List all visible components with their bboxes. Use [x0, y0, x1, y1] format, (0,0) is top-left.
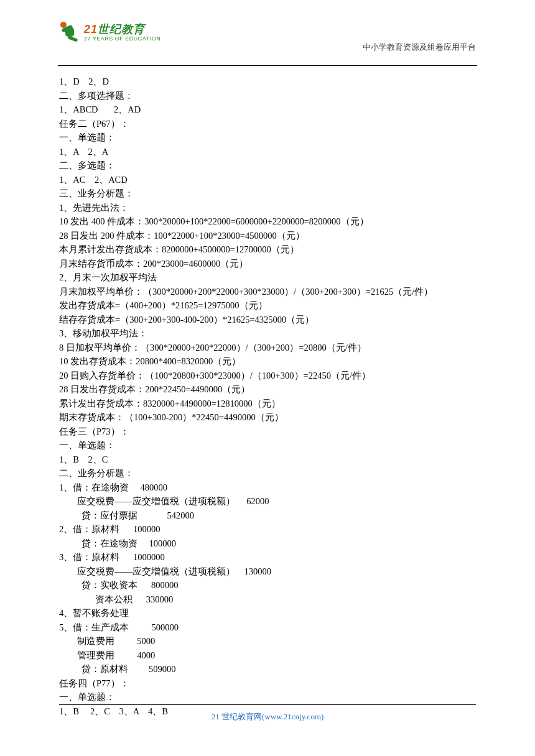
body-line: 二、业务分析题： — [59, 466, 476, 481]
body-line: 4、暂不账务处理 — [59, 606, 476, 620]
footer-divider — [59, 704, 476, 705]
body-line: 1、借：在途物资 480000 — [59, 481, 476, 495]
body-line: 一、单选题： — [59, 438, 476, 453]
body-line: 10 发出存货成本：20800*400=8320000（元） — [59, 354, 476, 369]
body-line: 1、AC 2、ACD — [59, 173, 476, 187]
body-line: 28 日发出 200 件成本：100*22000+100*23000=45000… — [59, 229, 476, 243]
body-line: 应交税费——应交增值税（进项税额） 130000 — [59, 565, 476, 579]
brand-number: 21 — [84, 23, 98, 35]
body-line: 2、借：原材料 100000 — [59, 522, 476, 537]
body-line: 贷：应付票据 542000 — [59, 509, 476, 523]
page-header: 21世纪教育 27 YEARS OF EDUCATION 中小学教育资源及组卷应… — [59, 22, 476, 57]
page-footer: 21 世纪教育网(www.21cnjy.com) — [59, 704, 476, 722]
body-line: 任务二（P67）： — [59, 117, 476, 131]
body-line: 3、移动加权平均法： — [59, 326, 476, 341]
body-line: 3、借：原材料 1000000 — [59, 550, 476, 565]
header-divider — [58, 65, 477, 66]
body-line: 贷：在途物资 100000 — [59, 537, 476, 551]
body-line: 一、单选题： — [59, 131, 476, 145]
body-line: 本月累计发出存货成本：8200000+4500000=12700000（元） — [59, 242, 476, 257]
body-line: 资本公积 330000 — [59, 592, 476, 607]
body-line: 5、借：生产成本 500000 — [59, 620, 476, 635]
body-line: 1、D 2、D — [59, 75, 476, 89]
body-line: 二、多选题： — [59, 159, 476, 173]
body-line: 1、先进先出法： — [59, 201, 476, 215]
body-line: 10 发出 400 件成本：300*20000+100*22000=600000… — [59, 214, 476, 229]
body-line: 28 日发出存货成本：200*22450=4490000（元） — [59, 382, 476, 397]
body-line: 贷：实收资本 800000 — [59, 578, 476, 592]
document-body: 1、D 2、D二、多项选择题：1、ABCD 2、AD任务二（P67）：一、单选题… — [59, 75, 476, 718]
body-line: 月末结存货币成本：200*23000=4600000（元） — [59, 257, 476, 271]
body-line: 2、月末一次加权平均法 — [59, 270, 476, 285]
logo: 21世纪教育 27 YEARS OF EDUCATION — [59, 22, 160, 42]
body-line: 8 日加权平均单价：（300*20000+200*22000）/（300+200… — [59, 341, 476, 355]
body-line: 1、ABCD 2、AD — [59, 103, 476, 117]
body-line: 任务四（P77）： — [59, 676, 476, 691]
body-line: 一、单选题： — [59, 690, 476, 704]
body-line: 月末加权平均单价：（300*20000+200*22000+300*23000）… — [59, 285, 476, 299]
body-line: 管理费用 4000 — [59, 648, 476, 663]
body-line: 1、A 2、A — [59, 145, 476, 159]
body-line: 20 日购入存货单价：（100*20800+300*23000）/（100+30… — [59, 369, 476, 383]
footer-text: 21 世纪教育网(www.21cnjy.com) — [212, 712, 324, 721]
brand-name: 21世纪教育 — [84, 22, 160, 37]
logo-text: 21世纪教育 27 YEARS OF EDUCATION — [84, 22, 160, 42]
header-right-text: 中小学教育资源及组卷应用平台 — [363, 22, 476, 53]
body-line: 期末存货成本：（100+300-200）*22450=4490000（元） — [59, 410, 476, 425]
brand-sub: 27 YEARS OF EDUCATION — [84, 35, 160, 42]
body-line: 1、B 2、C — [59, 453, 476, 467]
body-line: 应交税费——应交增值税（进项税额） 62000 — [59, 494, 476, 509]
page: 21世纪教育 27 YEARS OF EDUCATION 中小学教育资源及组卷应… — [0, 0, 535, 718]
body-line: 结存存货成本=（300+200+300-400-200）*21625=43250… — [59, 313, 476, 327]
runner-icon — [59, 22, 83, 42]
body-line: 制造费用 5000 — [59, 634, 476, 648]
body-line: 发出存货成本=（400+200）*21625=12975000（元） — [59, 298, 476, 313]
body-line: 累计发出存货成本：8320000+4490000=12810000（元） — [59, 397, 476, 411]
body-line: 二、多项选择题： — [59, 89, 476, 103]
body-line: 三、业务分析题： — [59, 187, 476, 201]
body-line: 贷：原材料 509000 — [59, 662, 476, 676]
body-line: 任务三（P73）： — [59, 425, 476, 439]
brand-cn: 世纪教育 — [98, 23, 145, 35]
